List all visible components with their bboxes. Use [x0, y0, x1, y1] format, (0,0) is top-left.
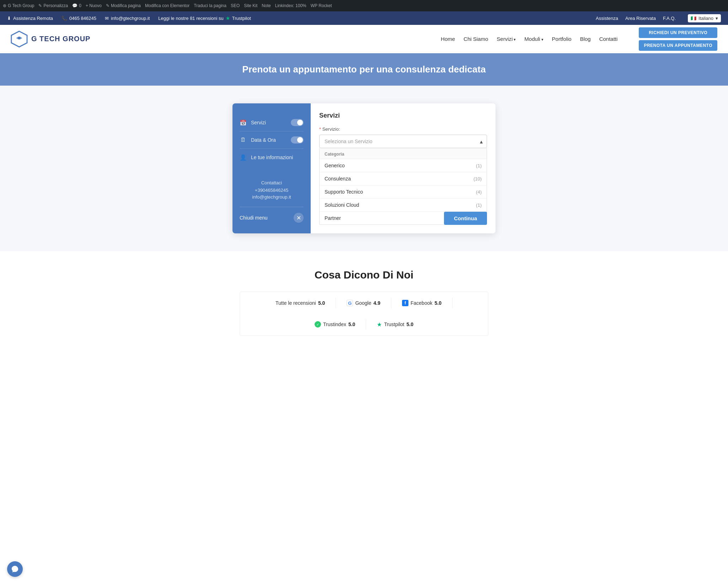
review-facebook-label: Facebook [411, 300, 432, 306]
admin-bar-seo[interactable]: SEO [231, 3, 240, 8]
svg-point-1 [18, 37, 21, 39]
step-info-label: Le tue informazioni [251, 155, 293, 160]
step-servizi-toggle[interactable] [291, 119, 304, 126]
nav-contatti[interactable]: Contatti [599, 36, 618, 42]
wp-logo-icon: ⊛ [3, 3, 6, 8]
review-divider-3 [452, 298, 453, 308]
logo-area[interactable]: G TECH GROUP [11, 31, 90, 48]
email-item[interactable]: ✉ info@gtechgroup.it [105, 16, 150, 21]
booking-widget: 📅 Servizi 🗓 Data & Ora 👤 Le tue informaz… [232, 103, 496, 233]
assistenza-remota-item[interactable]: ⬇ Assistenza Remota [7, 16, 53, 21]
nav-assistenza[interactable]: Assistenza [596, 16, 618, 21]
required-star: * [319, 126, 322, 132]
logo-text: G TECH GROUP [31, 35, 90, 43]
service-select-wrapper: Seleziona un Servizio ▴ [319, 135, 487, 148]
nav-cta-buttons: RICHIEDI UN PREVENTIVO PRENOTA UN APPUNT… [639, 27, 717, 51]
nav-moduli[interactable]: Moduli [524, 36, 543, 42]
contact-phone: +390465846245 [240, 188, 304, 193]
reviews-section: Cosa Dicono Di Noi Tutte le recensioni 5… [0, 251, 728, 346]
trustpilot-item[interactable]: Leggi le nostre 81 recensioni su ★ Trust… [158, 16, 251, 21]
review-google-label: Google [355, 300, 371, 306]
close-circle-icon: ✕ [294, 213, 304, 223]
category-consulenza[interactable]: Consulenza (10) [320, 172, 487, 185]
service-select[interactable]: Seleziona un Servizio [319, 135, 487, 148]
sidebar-steps: 📅 Servizi 🗓 Data & Ora 👤 Le tue informaz… [240, 114, 304, 169]
admin-bar-site[interactable]: ⊛ G Tech Group [3, 3, 34, 8]
review-trustindex-score: 5.0 [348, 321, 355, 327]
nav-home[interactable]: Home [441, 36, 455, 42]
nav-servizi[interactable]: Servizi [497, 36, 516, 42]
trustindex-icon: ✓ [315, 321, 321, 328]
review-facebook: f Facebook 5.0 [402, 300, 441, 306]
category-supporto-tecnico[interactable]: Supporto Tecnico (4) [320, 185, 487, 199]
top-nav-links: Assistenza Area Riservata F.A.Q. [596, 16, 676, 21]
comments-icon: 💬 [72, 3, 77, 8]
review-divider-4 [366, 319, 366, 330]
nav-area-riservata[interactable]: Area Riservata [625, 16, 656, 21]
admin-bar-wprocket[interactable]: WP Rocket [311, 3, 332, 8]
nav-faq[interactable]: F.A.Q. [663, 16, 676, 21]
facebook-icon: f [402, 300, 408, 306]
step-servizi-label: Servizi [251, 120, 266, 125]
category-header: Categoria [320, 148, 487, 159]
review-facebook-score: 5.0 [434, 300, 441, 306]
flag-icon: 🇮🇹 [691, 16, 696, 21]
btn-appuntamento[interactable]: PRENOTA UN APPUNTAMENTO [639, 40, 717, 51]
reviews-bar: Tutte le recensioni 5.0 G Google 4.9 f F… [240, 292, 488, 336]
nav-portfolio[interactable]: Portfolio [552, 36, 572, 42]
phone-icon: 📞 [61, 16, 67, 21]
review-all-label: Tutte le recensioni [275, 300, 316, 306]
btn-continua[interactable]: Continua [444, 212, 487, 225]
language-selector[interactable]: 🇮🇹 Italiano ▾ [688, 14, 721, 22]
sidebar-close-button[interactable]: Chiudi menu ✕ [240, 207, 304, 223]
step-dataora-label: Data & Ora [251, 137, 276, 143]
close-menu-label: Chiudi menu [240, 215, 268, 221]
email-icon: ✉ [105, 16, 109, 21]
booking-sidebar: 📅 Servizi 🗓 Data & Ora 👤 Le tue informaz… [232, 103, 311, 233]
contact-email: info@gtechgroup.it [240, 194, 304, 200]
admin-bar-elementor[interactable]: Modifica con Elementor [145, 3, 189, 8]
sidebar-contact: Contattaci +390465846245 info@gtechgroup… [240, 169, 304, 200]
review-trustindex-label: Trustindex [323, 321, 346, 327]
support-icon: ⬇ [7, 16, 11, 21]
nav-blog[interactable]: Blog [580, 36, 591, 42]
phone-item[interactable]: 📞 0465 846245 [61, 16, 96, 21]
review-divider-1 [336, 298, 336, 308]
admin-bar-edit-page[interactable]: ✎ Modifica pagina [106, 3, 141, 8]
step-dataora-toggle[interactable] [291, 136, 304, 144]
nav-chi-siamo[interactable]: Chi Siamo [464, 36, 488, 42]
customize-icon: ✎ [38, 3, 42, 8]
review-trustpilot-score: 5.0 [406, 321, 413, 327]
dropdown-arrow-icon: ▾ [716, 16, 718, 21]
sidebar-step-info[interactable]: 👤 Le tue informazioni [240, 149, 304, 166]
review-divider-2 [391, 298, 391, 308]
main-nav-links: Home Chi Siamo Servizi Moduli Portfolio … [441, 36, 617, 42]
review-google: G Google 4.9 [347, 300, 380, 306]
btn-preventivo[interactable]: RICHIEDI UN PREVENTIVO [639, 27, 717, 38]
hero-banner: Prenota un appuntamento per una consulen… [0, 53, 728, 86]
admin-bar-customize[interactable]: ✎ Personalizza [38, 3, 68, 8]
review-all-score: 5.0 [318, 300, 325, 306]
booking-section: 📅 Servizi 🗓 Data & Ora 👤 Le tue informaz… [0, 86, 728, 251]
booking-content-title: Servizi [319, 112, 487, 119]
date-icon: 🗓 [240, 136, 247, 144]
admin-bar-notes[interactable]: Note [262, 3, 271, 8]
admin-bar-linkindex[interactable]: Linkindex: 100% [275, 3, 306, 8]
calendar-icon: 📅 [240, 119, 247, 126]
logo-icon [11, 31, 28, 48]
admin-bar-translate[interactable]: Traduci la pagina [194, 3, 226, 8]
google-icon: G [347, 300, 353, 306]
admin-bar-new[interactable]: + Nuovo [86, 3, 102, 8]
admin-bar: ⊛ G Tech Group ✎ Personalizza 💬 0 + Nuov… [0, 0, 728, 11]
category-generico[interactable]: Generico (1) [320, 159, 487, 172]
sidebar-step-servizi[interactable]: 📅 Servizi [240, 114, 304, 131]
service-label: * Servizio: [319, 126, 487, 132]
sidebar-step-dataora[interactable]: 🗓 Data & Ora [240, 131, 304, 149]
admin-bar-comments[interactable]: 💬 0 [72, 3, 81, 8]
admin-bar-site-kit[interactable]: Site Kit [244, 3, 257, 8]
review-trustpilot: ★ Trustpilot 5.0 [377, 321, 413, 328]
trustpilot-icon: ★ [377, 321, 382, 328]
category-soluzioni-cloud[interactable]: Soluzioni Cloud (1) [320, 199, 487, 212]
booking-content: Servizi * Servizio: Seleziona un Servizi… [311, 103, 496, 233]
review-trustpilot-label: Trustpilot [384, 321, 404, 327]
